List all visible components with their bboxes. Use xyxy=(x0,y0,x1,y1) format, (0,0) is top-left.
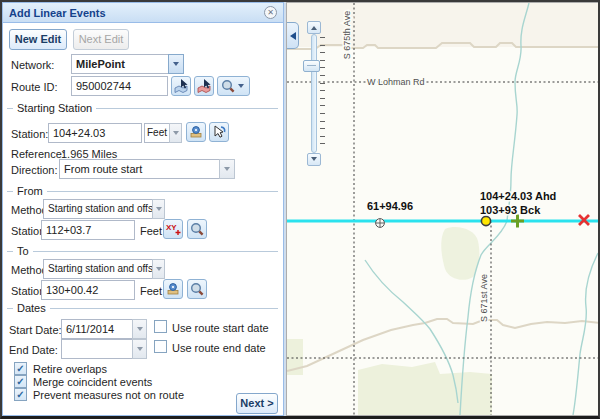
road-label-s671: S 671st Ave xyxy=(479,274,489,322)
road-label-w-lohman: W Lohman Rd xyxy=(367,77,425,87)
to-zoom-button[interactable] xyxy=(187,279,207,299)
dates-fieldset-legend: Dates xyxy=(7,303,278,313)
check-icon: ✓ xyxy=(16,363,24,374)
starting-station-label: Station: xyxy=(11,128,48,140)
magnifier-icon xyxy=(220,78,236,94)
to-station-marker-button[interactable] xyxy=(163,279,183,299)
units-dropdown-trigger[interactable] xyxy=(169,123,182,143)
map-minor-road xyxy=(287,319,600,371)
clear-route-selection-button[interactable] xyxy=(194,76,214,96)
starting-station-input[interactable]: 104+24.03 xyxy=(48,123,142,143)
chevron-down-icon xyxy=(137,327,143,334)
zoom-to-route-split-button[interactable] xyxy=(217,76,250,96)
to-station-input[interactable]: 130+00.42 xyxy=(41,280,135,300)
close-icon[interactable]: ✕ xyxy=(264,6,277,19)
panel-title: Add Linear Events xyxy=(9,7,264,19)
direction-label: Direction: xyxy=(11,164,57,176)
from-zoom-button[interactable] xyxy=(187,219,207,239)
cursor-snap-icon xyxy=(211,124,227,140)
chevron-down-icon xyxy=(156,207,162,214)
chevron-down-icon xyxy=(156,267,162,274)
from-method-select[interactable]: Starting station and offset xyxy=(43,199,165,219)
add-linear-events-panel: Add Linear Events ✕ New Edit Next Edit N… xyxy=(2,2,284,416)
use-route-end-date-label: Use route end date xyxy=(172,342,266,354)
from-xy-button[interactable]: XY xyxy=(163,219,183,239)
map-graphics: W Lohman Rd S 675th Ave S 671st Ave 61+9… xyxy=(287,3,600,416)
from-units-text: Feet xyxy=(140,225,162,237)
zoom-slider-track[interactable] xyxy=(311,34,317,153)
from-station-input[interactable]: 112+03.7 xyxy=(41,220,135,240)
retire-overlaps-label: Retire overlaps xyxy=(33,363,107,375)
chevron-down-icon xyxy=(238,84,244,91)
next-edit-button[interactable]: Next Edit xyxy=(73,29,129,50)
map-field-patch xyxy=(441,227,479,280)
route-id-label: Route ID: xyxy=(11,81,57,93)
map-canvas[interactable]: W Lohman Rd S 675th Ave S 671st Ave 61+9… xyxy=(286,2,600,416)
direction-value: From route start xyxy=(59,159,219,179)
new-edit-button[interactable]: New Edit xyxy=(9,29,67,50)
station-label-back: 103+93 Bck xyxy=(480,204,541,216)
direction-select[interactable]: From route start xyxy=(59,159,235,179)
station-marker-icon xyxy=(165,281,181,297)
xy-coordinates-icon: XY xyxy=(165,221,181,237)
zoom-out-button[interactable] xyxy=(307,153,321,166)
triangle-up-icon xyxy=(311,23,317,30)
check-icon: ✓ xyxy=(16,376,24,387)
start-date-field[interactable]: 6/11/2014 xyxy=(61,319,147,339)
green-plus-marker-icon[interactable] xyxy=(511,215,524,228)
zoom-slider-thumb[interactable] xyxy=(303,60,320,72)
direction-dropdown-trigger[interactable] xyxy=(219,159,235,179)
zoom-in-button[interactable] xyxy=(307,21,321,34)
chevron-down-icon xyxy=(173,131,179,138)
route-id-input[interactable]: 950002744 xyxy=(71,76,168,96)
merge-coincident-events-label: Merge coincident events xyxy=(33,376,152,388)
to-method-trigger[interactable] xyxy=(152,259,165,279)
station-label-ref: 61+94.96 xyxy=(367,200,413,212)
selected-station-point-icon[interactable] xyxy=(481,216,490,225)
network-select[interactable]: MilePoint xyxy=(71,54,184,74)
triangle-down-icon xyxy=(311,157,317,164)
start-date-label: Start Date: xyxy=(9,324,62,336)
map-pointer-red-icon xyxy=(196,78,212,94)
network-value: MilePoint xyxy=(71,54,168,74)
station-marker-tool-button[interactable] xyxy=(186,122,206,142)
chevron-down-icon xyxy=(173,62,179,69)
retire-overlaps-checkbox[interactable]: ✓ xyxy=(14,362,27,375)
pick-station-on-map-button[interactable] xyxy=(209,122,229,142)
starting-station-fieldset-legend: Starting Station xyxy=(7,103,278,113)
prevent-measures-label: Prevent measures not on route xyxy=(33,389,184,401)
app-window: Add Linear Events ✕ New Edit Next Edit N… xyxy=(0,0,600,419)
select-route-on-map-button[interactable] xyxy=(171,76,191,96)
end-date-field[interactable] xyxy=(61,339,147,359)
check-icon: ✓ xyxy=(16,389,24,400)
use-route-end-date-checkbox[interactable] xyxy=(154,340,167,353)
magnifier-icon xyxy=(189,221,205,237)
triangle-left-icon xyxy=(286,32,296,40)
from-fieldset-legend: From xyxy=(7,186,278,196)
starting-units-select[interactable]: Feet xyxy=(144,123,182,143)
from-method-trigger[interactable] xyxy=(152,199,165,219)
station-marker-icon xyxy=(188,124,204,140)
next-button[interactable]: Next > xyxy=(236,393,278,414)
from-method-value: Starting station and offset xyxy=(43,199,152,219)
reference-marker-icon[interactable] xyxy=(376,219,385,228)
start-date-trigger[interactable] xyxy=(132,319,147,339)
magnifier-icon xyxy=(189,281,205,297)
svg-text:XY: XY xyxy=(166,223,177,232)
merge-coincident-events-checkbox[interactable]: ✓ xyxy=(14,375,27,388)
zoom-slider-ticks xyxy=(320,37,325,150)
collapse-panel-button[interactable] xyxy=(286,22,299,49)
end-date-trigger[interactable] xyxy=(132,339,147,359)
use-route-start-date-checkbox[interactable] xyxy=(154,320,167,333)
map-land-band xyxy=(287,3,600,47)
road-label-s675: S 675th Ave xyxy=(342,11,352,59)
chevron-down-icon xyxy=(224,167,230,174)
panel-titlebar: Add Linear Events ✕ xyxy=(3,3,283,23)
network-dropdown-trigger[interactable] xyxy=(168,54,184,74)
map-pointer-blue-icon xyxy=(173,78,189,94)
to-fieldset-legend: To xyxy=(7,246,278,256)
prevent-measures-checkbox[interactable]: ✓ xyxy=(14,388,27,401)
to-method-select[interactable]: Starting station and offset xyxy=(43,259,165,279)
map-field-patch xyxy=(358,362,492,416)
start-date-value: 6/11/2014 xyxy=(61,319,132,339)
